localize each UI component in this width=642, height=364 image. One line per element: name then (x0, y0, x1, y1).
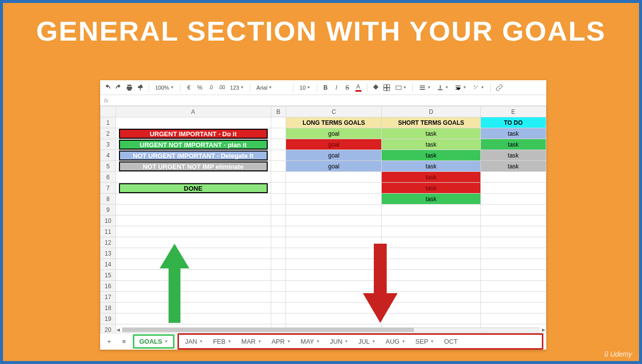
cell[interactable]: LONG TERMS GOALS (286, 117, 382, 128)
sheet-tab-oct[interactable]: OCT (439, 336, 463, 347)
add-sheet-button[interactable]: + (103, 336, 115, 348)
legend-urgent-not-important: URGENT NOT IMPORTANT - plan it (119, 140, 268, 150)
cell[interactable]: task (480, 139, 546, 150)
row-header[interactable]: 19 (101, 313, 116, 324)
zoom-dropdown[interactable]: 100%▼ (153, 85, 176, 91)
cell[interactable]: task (382, 161, 480, 172)
formula-bar[interactable]: fx (100, 95, 546, 106)
fill-color-icon[interactable] (371, 83, 380, 92)
strike-icon[interactable]: S (343, 83, 352, 92)
inc-decimal-icon[interactable]: .00 (217, 83, 226, 92)
legend-done: DONE (119, 183, 268, 193)
col-header-e[interactable]: E (480, 106, 546, 117)
text-color-icon[interactable]: A (354, 83, 363, 92)
row-header[interactable]: 13 (101, 248, 116, 259)
cell[interactable]: NOT URGENT NOT IMP eliminate (116, 161, 271, 172)
dec-decimal-icon[interactable]: .0 (206, 83, 215, 92)
row-header[interactable]: 10 (101, 215, 116, 226)
font-size-dropdown[interactable]: 10▼ (297, 85, 312, 91)
row-header[interactable]: 5 (101, 161, 116, 172)
row-header[interactable]: 11 (101, 226, 116, 237)
cell[interactable]: task (382, 172, 480, 183)
sheet-tab-jun[interactable]: JUN▼ (325, 336, 353, 347)
undo-icon[interactable] (103, 83, 112, 92)
green-up-arrow-icon (160, 244, 189, 323)
cell[interactable]: task (480, 150, 546, 161)
rotate-dropdown[interactable]: ▼ (470, 84, 486, 91)
borders-icon[interactable] (382, 83, 391, 92)
row-header[interactable]: 16 (101, 281, 116, 292)
row-header[interactable]: 7 (101, 183, 116, 194)
h-align-dropdown[interactable]: ▼ (417, 84, 433, 91)
wrap-dropdown[interactable]: ▼ (453, 84, 468, 91)
sheet-tab-goals[interactable]: GOALS▼ (133, 334, 175, 349)
row-header[interactable]: 3 (101, 139, 116, 150)
col-header-b[interactable]: B (271, 106, 286, 117)
slide-title: GENERAL SECTION WITH YOUR GOALS (3, 15, 639, 47)
sheet-tab-apr[interactable]: APR▼ (267, 336, 296, 347)
spreadsheet-window: 100%▼ € % .0 .00 123▼ Arial▼ 10▼ B I S A… (100, 80, 546, 350)
cell[interactable]: task (480, 161, 546, 172)
font-dropdown[interactable]: Arial▼ (254, 85, 289, 91)
row-header[interactable]: 6 (101, 172, 116, 183)
cell[interactable]: task (480, 128, 546, 139)
sheet-tab-jul[interactable]: JUL▼ (353, 336, 381, 347)
print-icon[interactable] (125, 83, 134, 92)
sheet-tab-feb[interactable]: FEB▼ (208, 336, 236, 347)
row-header[interactable]: 14 (101, 259, 116, 270)
cell[interactable]: goal (286, 150, 382, 161)
row-header[interactable]: 4 (101, 150, 116, 161)
row-header[interactable]: 17 (101, 292, 116, 303)
col-header-a[interactable]: A (116, 106, 271, 117)
red-down-arrow-icon (363, 244, 398, 323)
cell[interactable]: URGENT IMPORTANT - Do it (116, 128, 271, 139)
v-align-dropdown[interactable]: ▼ (435, 84, 451, 91)
separator (490, 83, 491, 92)
link-icon[interactable] (495, 83, 504, 92)
redo-icon[interactable] (114, 83, 123, 92)
sheet-tab-may[interactable]: MAY▼ (295, 336, 325, 347)
month-tabs-highlight: JAN▼ FEB▼ MAR▼ APR▼ MAY▼ JUN▼ JUL▼ AUG▼ … (177, 333, 543, 350)
cell[interactable]: task (382, 128, 480, 139)
separator (317, 83, 317, 92)
sheet-tab-mar[interactable]: MAR▼ (236, 336, 267, 347)
merge-cells-dropdown[interactable]: ▼ (393, 84, 409, 91)
cell[interactable]: URGENT NOT IMPORTANT - plan it (116, 139, 271, 150)
toolbar: 100%▼ € % .0 .00 123▼ Arial▼ 10▼ B I S A… (100, 80, 546, 95)
cell[interactable]: TO DO (480, 117, 546, 128)
number-format-dropdown[interactable]: 123▼ (228, 85, 246, 91)
row-header[interactable]: 8 (101, 194, 116, 205)
cell[interactable]: goal (286, 128, 382, 139)
cell[interactable]: task (382, 139, 480, 150)
paint-format-icon[interactable] (136, 83, 145, 92)
row-header[interactable]: 9 (101, 205, 116, 215)
row-header[interactable]: 20 (101, 324, 116, 333)
cell[interactable]: task (382, 150, 480, 161)
sheet-tab-jan[interactable]: JAN▼ (180, 336, 208, 347)
italic-icon[interactable]: I (332, 83, 341, 92)
col-header-d[interactable]: D (382, 106, 480, 117)
sheet-tab-sep[interactable]: SEP▼ (410, 336, 439, 347)
cell[interactable]: DONE (116, 183, 271, 194)
col-header-c[interactable]: C (286, 106, 382, 117)
all-sheets-button[interactable]: ≡ (118, 336, 130, 348)
cell[interactable]: goal (286, 139, 382, 150)
row-header[interactable]: 1 (101, 117, 116, 128)
row-header[interactable]: 12 (101, 237, 116, 248)
horizontal-scrollbar[interactable]: ◀▶ (115, 327, 546, 333)
cell[interactable]: goal (286, 161, 382, 172)
row-header[interactable]: 18 (101, 303, 116, 313)
cell[interactable]: SHORT TERMS GOALS (382, 117, 480, 128)
legend-not-urgent-not-important: NOT URGENT NOT IMP eliminate (119, 161, 268, 171)
separator (149, 83, 149, 92)
percent-icon[interactable]: % (195, 83, 204, 92)
row-header[interactable]: 2 (101, 128, 116, 139)
sheet-tab-aug[interactable]: AUG▼ (381, 336, 410, 347)
cell[interactable]: task (382, 183, 480, 194)
separator (412, 83, 413, 92)
row-header[interactable]: 15 (101, 270, 116, 281)
cell[interactable]: NOT URGENT IMPORTANT - Delegate It (116, 150, 271, 161)
currency-icon[interactable]: € (184, 83, 193, 92)
cell[interactable]: task (382, 194, 480, 205)
bold-icon[interactable]: B (321, 83, 330, 92)
